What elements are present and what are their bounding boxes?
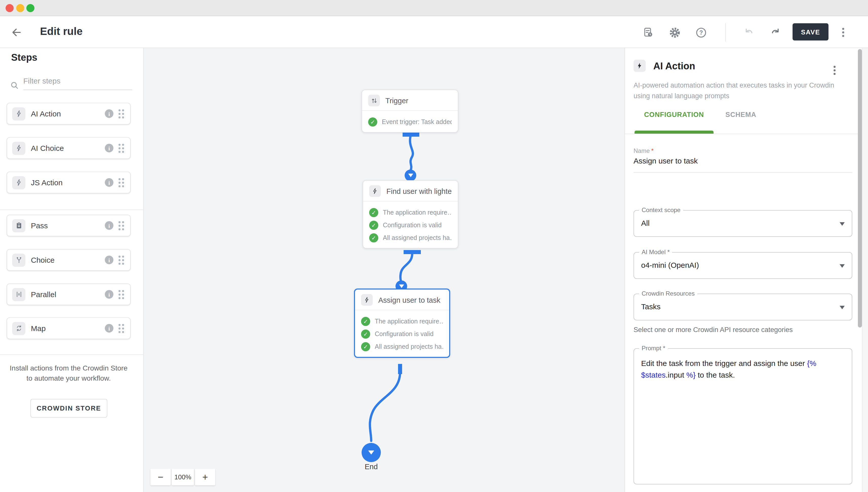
chevron-down-icon (840, 306, 845, 309)
crowdin-resources-select[interactable]: Crowdin Resources Tasks (633, 294, 852, 320)
node-checks: The application require… Configuration i… (355, 310, 449, 357)
tab-schema[interactable]: SCHEMA (713, 111, 769, 123)
node-trigger[interactable]: Trigger Event trigger: Task added (362, 90, 458, 132)
check-circle-icon (369, 208, 378, 217)
ai-model-select[interactable]: AI Model * o4-mini (OpenAI) (633, 252, 852, 279)
info-icon[interactable] (105, 255, 114, 264)
lightning-icon (12, 107, 25, 120)
context-scope-select[interactable]: Context scope All (633, 210, 852, 237)
template-token: %} (684, 370, 696, 379)
prompt-text[interactable]: Edit the task from the trigger and assig… (641, 358, 845, 380)
panel-scrollbar[interactable] (858, 49, 862, 327)
node-title: Assign user to task (378, 296, 440, 304)
node-title: Find user with lighte… (386, 187, 452, 195)
step-card-ai-action[interactable]: AI Action (6, 103, 131, 124)
crowdin-resources-label: Crowdin Resources (639, 290, 697, 297)
filter-steps-input[interactable] (23, 74, 132, 90)
window-titlebar (0, 0, 868, 16)
swap-vertical-icon (368, 95, 380, 106)
node-header: Assign user to task (355, 290, 449, 310)
tab-configuration[interactable]: CONFIGURATION (634, 111, 714, 123)
drag-handle-icon[interactable] (119, 178, 125, 187)
crowdin-resources-helper: Select one or more Crowdin API resource … (633, 326, 852, 334)
undo-icon[interactable] (742, 26, 755, 39)
zoom-in-button[interactable]: + (195, 469, 215, 486)
step-label: Map (31, 324, 105, 333)
name-field-label: Name* (633, 147, 653, 154)
window-minimize-button[interactable] (16, 4, 24, 12)
end-node[interactable] (362, 443, 381, 462)
parallel-bars-icon (12, 288, 25, 301)
activity-log-icon[interactable] (642, 26, 655, 39)
lightning-icon (12, 142, 25, 155)
step-label: Choice (31, 255, 105, 264)
zoom-level: 100% (172, 469, 194, 486)
check-circle-icon (368, 118, 377, 126)
drag-handle-icon[interactable] (119, 290, 125, 299)
info-icon[interactable] (105, 144, 114, 152)
node-header: Find user with lighte… (363, 181, 458, 201)
more-options-icon[interactable] (837, 26, 850, 39)
back-arrow-icon[interactable] (10, 26, 22, 39)
info-icon[interactable] (105, 221, 114, 230)
node-find-user[interactable]: Find user with lighte… The application r… (363, 180, 458, 248)
branch-icon (12, 253, 25, 267)
panel-more-options-icon[interactable] (834, 61, 836, 75)
step-card-ai-choice[interactable]: AI Choice (6, 137, 131, 159)
end-node-label: End (351, 463, 391, 471)
step-card-map[interactable]: Map (6, 317, 131, 339)
info-icon[interactable] (105, 109, 114, 118)
filter-steps-field (10, 74, 132, 90)
check-circle-icon (369, 221, 378, 230)
crowdin-resources-value: Tasks (641, 302, 660, 311)
step-card-js-action[interactable]: JS Action (6, 172, 131, 193)
toolbar: Edit rule ? SAVE (0, 16, 868, 48)
drag-handle-icon[interactable] (119, 255, 125, 265)
node-checks: The application require… Configuration i… (363, 201, 458, 248)
zoom-out-button[interactable]: − (150, 469, 171, 486)
step-label: AI Action (31, 109, 105, 118)
prompt-label: Prompt * (639, 345, 668, 352)
page-title: Edit rule (40, 25, 82, 38)
step-label: Parallel (31, 290, 105, 299)
required-asterisk: * (651, 147, 653, 154)
info-icon[interactable] (105, 290, 114, 299)
drag-handle-icon[interactable] (119, 109, 125, 118)
node-title: Trigger (385, 96, 408, 104)
step-card-parallel[interactable]: Parallel (6, 284, 131, 305)
loop-icon (12, 322, 25, 335)
window-zoom-button[interactable] (26, 4, 34, 12)
lightning-icon (369, 185, 381, 197)
chevron-down-icon (840, 264, 845, 268)
context-scope-label: Context scope (639, 206, 683, 214)
prompt-field[interactable]: Prompt * Edit the task from the trigger … (633, 348, 852, 485)
crowdin-store-button[interactable]: CROWDIN STORE (30, 399, 107, 418)
node-assign-user[interactable]: Assign user to task The application requ… (354, 289, 450, 358)
step-card-pass[interactable]: Pass (6, 215, 131, 237)
save-button[interactable]: SAVE (793, 23, 828, 41)
ai-model-label: AI Model * (639, 248, 672, 255)
node-header: Trigger (362, 90, 458, 110)
help-icon[interactable]: ? (694, 26, 707, 39)
lightning-icon (633, 60, 646, 72)
ai-model-value: o4-mini (OpenAI) (641, 261, 699, 269)
settings-gear-icon[interactable] (668, 26, 681, 39)
active-tab-indicator (634, 130, 714, 133)
check-circle-icon (369, 233, 378, 243)
panel-description: AI-powered automation action that execut… (633, 80, 848, 101)
drag-handle-icon[interactable] (119, 324, 125, 333)
panel-title: AI Action (653, 61, 695, 72)
info-icon[interactable] (105, 178, 114, 187)
check-circle-icon (361, 329, 370, 339)
redo-icon[interactable] (769, 26, 782, 39)
workflow-canvas[interactable]: Trigger Event trigger: Task added Find u… (144, 48, 624, 492)
info-icon[interactable] (105, 324, 114, 333)
name-input[interactable] (633, 156, 852, 173)
drag-handle-icon[interactable] (119, 144, 125, 153)
search-icon (10, 81, 19, 90)
window-close-button[interactable] (5, 4, 14, 12)
step-card-choice[interactable]: Choice (6, 249, 131, 271)
step-label: JS Action (31, 178, 105, 187)
step-label: Pass (31, 221, 105, 230)
drag-handle-icon[interactable] (119, 221, 125, 230)
